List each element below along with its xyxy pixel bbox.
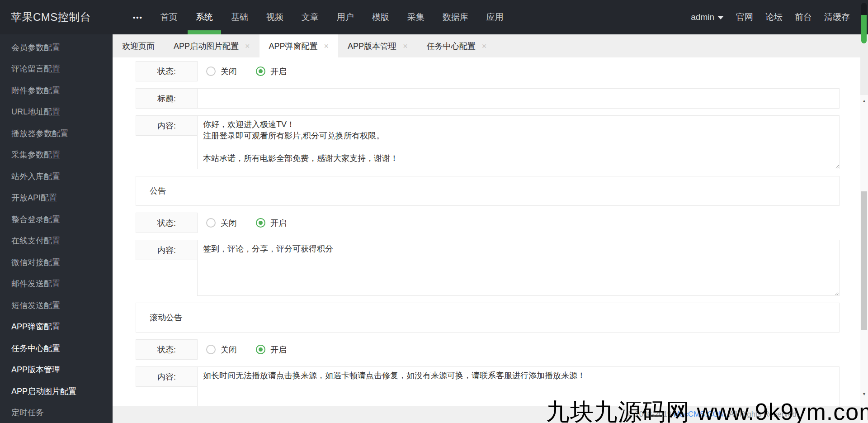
admin-username: admin (691, 12, 714, 22)
tab-close-icon[interactable]: × (324, 42, 329, 50)
sidebar-item-url-config[interactable]: URL地址配置 (0, 101, 113, 123)
radio-option-off[interactable]: 关闭 (206, 66, 237, 77)
tab-app-popup-config[interactable]: APP弹窗配置 × (259, 34, 339, 57)
collapse-menu-icon[interactable]: ••• (133, 14, 143, 21)
watermark-text: 九块九源码网 www.9k9ym.com (546, 396, 868, 423)
app-logo: 苹果CMS控制台 (11, 10, 106, 24)
tab-close-icon[interactable]: × (403, 42, 408, 50)
radio-option-on[interactable]: 开启 (256, 66, 287, 77)
popup-title-input[interactable] (197, 88, 840, 109)
radio-on-label: 开启 (270, 66, 287, 77)
menu-item-user[interactable]: 用户 (337, 0, 354, 34)
section-title: 公告 (150, 185, 166, 196)
tab-close-icon[interactable]: × (482, 42, 487, 50)
link-forum[interactable]: 论坛 (765, 11, 783, 23)
radio-off-label: 关闭 (221, 218, 237, 228)
radio-on-label: 开启 (270, 344, 287, 355)
sidebar-item-payment-config[interactable]: 在线支付配置 (0, 230, 113, 252)
sidebar-item-app-version[interactable]: APP版本管理 (0, 359, 113, 381)
radio-off-label: 关闭 (221, 66, 237, 77)
tab-app-version[interactable]: APP版本管理 × (338, 34, 417, 57)
tab-welcome[interactable]: 欢迎页面 (113, 34, 164, 57)
sidebar-item-member-config[interactable]: 会员参数配置 (0, 37, 113, 58)
tab-bar: 欢迎页面 APP启动图片配置 × APP弹窗配置 × APP版本管理 × 任务中… (113, 34, 860, 57)
menu-item-video[interactable]: 视频 (266, 0, 283, 34)
status-field-label: 状态: (136, 213, 198, 233)
title-field-label: 标题: (136, 88, 198, 109)
radio-off-icon[interactable] (206, 218, 216, 228)
scrollbar-thumb[interactable] (861, 191, 867, 330)
popup-status-radio-group: 关闭 开启 (206, 61, 306, 81)
radio-on-icon[interactable] (256, 218, 265, 228)
caret-down-icon (717, 16, 724, 19)
radio-off-label: 关闭 (221, 344, 237, 355)
sidebar-item-comment-config[interactable]: 评论留言配置 (0, 58, 113, 80)
notice-status-radio-group: 关闭 开启 (206, 213, 306, 233)
sidebar-item-wechat-config[interactable]: 微信对接配置 (0, 252, 113, 273)
scrollbar-green-thumb[interactable] (861, 3, 867, 43)
menu-item-article[interactable]: 文章 (302, 0, 319, 34)
scrollbar-up-arrow-icon[interactable]: ▲ (860, 99, 868, 103)
popup-content-textarea[interactable]: 你好，欢迎进入极速TV！ 注册登录即可观看所有影片,积分可兑换所有权限。 本站承… (197, 115, 840, 169)
top-navbar: 苹果CMS控制台 ••• 首页 系统 基础 视频 文章 用户 模版 采集 数据库… (0, 0, 868, 34)
scrollbar[interactable]: ▲ ▼ (860, 0, 868, 423)
radio-option-on[interactable]: 开启 (256, 344, 287, 355)
section-header-scroll-notice: 滚动公告 (136, 303, 840, 333)
notice-status-row: 状态: 关闭 开启 (136, 213, 840, 233)
tab-app-splash-config[interactable]: APP启动图片配置 × (164, 34, 259, 57)
sidebar-item-app-splash-config[interactable]: APP启动图片配置 (0, 380, 113, 402)
admin-dropdown[interactable]: admin (691, 12, 724, 22)
link-frontend[interactable]: 前台 (795, 11, 812, 23)
content-field-label: 内容: (136, 240, 198, 260)
link-official-site[interactable]: 官网 (736, 11, 753, 23)
tab-label: 欢迎页面 (122, 41, 155, 52)
tab-label: 任务中心配置 (427, 41, 476, 52)
sidebar-item-sms-config[interactable]: 短信发送配置 (0, 295, 113, 316)
menu-item-database[interactable]: 数据库 (443, 0, 468, 34)
scroll-notice-status-radio-group: 关闭 开启 (206, 339, 306, 360)
sidebar-item-login-config[interactable]: 整合登录配置 (0, 209, 113, 230)
popup-status-row: 状态: 关闭 开启 (136, 61, 840, 81)
popup-content-row: 内容: 你好，欢迎进入极速TV！ 注册登录即可观看所有影片,积分可兑换所有权限。… (136, 115, 840, 169)
menu-item-app[interactable]: 应用 (486, 0, 504, 34)
link-clear-cache[interactable]: 清缓存 (824, 11, 850, 23)
notice-content-row: 内容: 签到，评论，分享，评分可获得积分 (136, 240, 840, 296)
sidebar: 会员参数配置 评论留言配置 附件参数配置 URL地址配置 播放器参数配置 采集参… (0, 34, 113, 423)
main-menu: 首页 系统 基础 视频 文章 用户 模版 采集 数据库 应用 (160, 0, 504, 34)
sidebar-item-email-config[interactable]: 邮件发送配置 (0, 273, 113, 295)
navbar-right: admin 官网 论坛 前台 清缓存 (691, 11, 850, 23)
menu-item-system[interactable]: 系统 (196, 0, 213, 34)
menu-item-home[interactable]: 首页 (160, 0, 178, 34)
radio-off-icon[interactable] (206, 345, 216, 354)
sidebar-item-app-popup-config[interactable]: APP弹窗配置 (0, 316, 113, 338)
scrollbar-down-arrow-icon[interactable]: ▼ (860, 392, 868, 396)
tab-label: APP版本管理 (348, 41, 396, 52)
status-field-label: 状态: (136, 339, 198, 360)
content-field-label: 内容: (136, 366, 198, 387)
radio-on-label: 开启 (270, 218, 287, 228)
menu-item-collect[interactable]: 采集 (407, 0, 425, 34)
radio-on-icon[interactable] (256, 345, 265, 354)
radio-option-on[interactable]: 开启 (256, 218, 287, 228)
notice-content-textarea[interactable]: 签到，评论，分享，评分可获得积分 (197, 240, 840, 296)
tab-task-center-config[interactable]: 任务中心配置 × (417, 34, 496, 57)
sidebar-item-offsite-config[interactable]: 站外入库配置 (0, 166, 113, 187)
section-header-notice: 公告 (136, 176, 840, 206)
radio-on-icon[interactable] (256, 67, 265, 76)
sidebar-item-collect-config[interactable]: 采集参数配置 (0, 144, 113, 166)
radio-off-icon[interactable] (206, 67, 216, 76)
content-field-label: 内容: (136, 115, 198, 136)
sidebar-item-cron-task[interactable]: 定时任务 (0, 402, 113, 423)
tab-close-icon[interactable]: × (245, 42, 250, 50)
scroll-notice-status-row: 状态: 关闭 开启 (136, 339, 840, 360)
sidebar-item-attachment-config[interactable]: 附件参数配置 (0, 80, 113, 101)
sidebar-item-openapi-config[interactable]: 开放API配置 (0, 187, 113, 209)
sidebar-item-player-config[interactable]: 播放器参数配置 (0, 123, 113, 144)
main-content: 状态: 关闭 开启 标题: 内容: 你好，欢迎进入极速TV！ 注册登录即可观看所… (113, 57, 860, 423)
radio-option-off[interactable]: 关闭 (206, 218, 237, 228)
radio-option-off[interactable]: 关闭 (206, 344, 237, 355)
sidebar-item-task-center-config[interactable]: 任务中心配置 (0, 337, 113, 359)
menu-item-basic[interactable]: 基础 (231, 0, 248, 34)
section-title: 滚动公告 (150, 312, 182, 323)
menu-item-template[interactable]: 模版 (372, 0, 389, 34)
